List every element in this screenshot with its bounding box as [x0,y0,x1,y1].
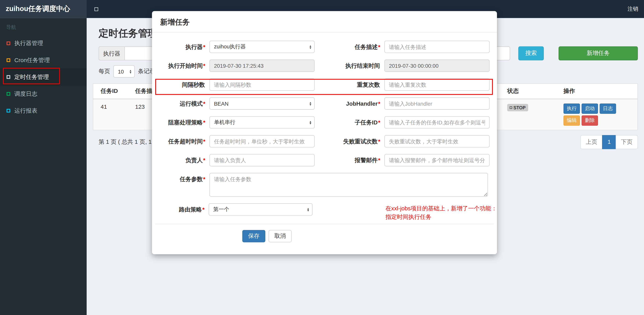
sidebar-item-label: Cron任务管理 [14,57,50,64]
required-asterisk: * [203,44,206,50]
feature-note-line1: 在xxl-jobs项目的基础上，新增了一个功能： [386,204,497,213]
owner-label: 负责人* [152,154,210,166]
cancel-button[interactable]: 取消 [268,230,292,242]
prev-page-button[interactable]: 上页 [580,135,602,149]
select-arrows-icon: ▲▼ [309,45,312,49]
sidebar-item-label: 调度日志 [14,90,37,98]
run-mode-label: 运行模式* [152,97,210,110]
feature-note: 在xxl-jobs项目的基础上，新增了一个功能： 指定时间执行任务 [382,203,497,216]
executor-label: 执行器* [152,41,210,53]
sidebar-item-timed-task-manage[interactable]: 定时任务管理 [0,69,87,85]
run-mode-select-value: BEAN [214,100,228,107]
block-strategy-label: 阻塞处理策略* [152,116,210,129]
alarm-email-input[interactable] [384,154,490,166]
sidebar-item-run-report[interactable]: 运行报表 [0,102,87,119]
end-time-label: 执行结束时间 [315,60,384,72]
modal-title: 新增任务 [152,11,497,32]
app-root: zuihou任务调度中心 注销 导航 执行器管理 Cron任务管理 定时任务管理… [0,0,644,315]
required-asterisk: * [203,100,206,107]
add-task-button[interactable]: 新增任务 [559,47,638,60]
square-icon [6,92,10,96]
select-arrows-icon: ▲▼ [307,207,310,211]
status-badge-text: STOP [514,105,526,110]
interval-label: 间隔秒数 [152,78,210,91]
sidebar-item-label: 运行报表 [14,107,37,114]
select-arrows-icon: ▲▼ [309,101,312,105]
modal-body: 执行器* zuihou执行器 ▲▼ 任务描述* 执行开始时间* 执行结束时间 [152,33,497,242]
required-asterisk: * [378,157,380,163]
job-desc-input[interactable] [384,41,490,53]
executor-filter-label: 执行器 [99,47,124,60]
job-param-label: 任务参数* [152,173,210,197]
required-asterisk: * [378,44,380,50]
run-mode-select[interactable]: BEAN ▲▼ [210,97,315,110]
current-page-button[interactable]: 1 [602,135,616,149]
timeout-input[interactable] [210,135,315,147]
start-time-label: 执行开始时间* [152,60,210,72]
cell-task-id: 41 [93,99,128,130]
cell-actions: 执行 启动 日志 编辑 删除 [556,99,637,130]
stop-square-icon [510,106,512,109]
repeat-label: 重复次数 [315,78,384,91]
delete-button[interactable]: 删除 [582,115,598,126]
sidebar-item-label: 执行器管理 [14,40,43,47]
save-button[interactable]: 保存 [242,230,265,242]
required-asterisk: * [203,157,206,163]
timeout-label: 任务超时时间* [152,135,210,147]
required-asterisk: * [202,206,204,213]
select-arrows-icon: ▲▼ [309,120,312,124]
next-page-button[interactable]: 下页 [616,135,638,149]
search-button[interactable]: 搜索 [518,47,544,60]
start-time-input[interactable] [210,60,315,72]
col-header-task-id: 任务ID [93,84,128,99]
block-strategy-select[interactable]: 单机串行 ▲▼ [210,116,315,129]
sidebar: 导航 执行器管理 Cron任务管理 定时任务管理 调度日志 运行报表 [0,18,87,315]
square-icon [6,41,10,45]
route-strategy-label: 路由策略* [152,203,209,216]
per-page-select[interactable]: 10 ▲▼ [113,65,134,78]
log-button[interactable]: 日志 [600,104,616,114]
route-strategy-select[interactable]: 第一个 ▲▼ [209,203,312,216]
required-asterisk: * [203,119,206,126]
alarm-email-label: 报警邮件* [315,154,384,166]
required-asterisk: * [203,63,206,69]
end-time-input[interactable] [384,60,490,72]
per-page-value: 10 [118,68,124,75]
sidebar-item-schedule-log[interactable]: 调度日志 [0,86,87,102]
required-asterisk: * [378,138,380,145]
add-task-modal: 新增任务 执行器* zuihou执行器 ▲▼ 任务描述* 执行开始时间* [152,11,497,254]
logout-link[interactable]: 注销 [628,0,638,18]
route-strategy-select-value: 第一个 [213,206,229,213]
owner-input[interactable] [210,154,315,166]
required-asterisk: * [203,138,206,145]
square-icon [6,75,10,79]
pagination: 上页 1 下页 [580,135,638,149]
per-page-prefix-label: 每页 [99,68,110,75]
child-job-input[interactable] [384,116,490,129]
sidebar-toggle-button[interactable] [87,0,106,18]
fail-retry-input[interactable] [384,135,490,147]
edit-button[interactable]: 编辑 [564,115,580,126]
executor-select-value: zuihou执行器 [214,43,246,51]
start-button[interactable]: 启动 [582,104,598,114]
sidebar-item-label: 定时任务管理 [14,73,49,81]
status-badge: STOP [507,104,528,111]
brand-title: zuihou任务调度中心 [0,0,87,18]
modal-footer: 保存 取消 [152,224,497,242]
job-desc-label: 任务描述* [315,41,384,53]
repeat-input[interactable] [384,78,490,91]
interval-input[interactable] [210,78,315,91]
col-header-actions: 操作 [556,84,637,99]
block-strategy-select-value: 单机串行 [214,119,235,126]
feature-note-line2: 指定时间执行任务 [386,213,497,221]
executor-select[interactable]: zuihou执行器 ▲▼ [210,41,315,53]
sidebar-item-executor-manage[interactable]: 执行器管理 [0,35,87,52]
cell-status: STOP [500,99,556,130]
child-job-label: 子任务ID* [315,116,384,129]
required-asterisk: * [378,119,380,126]
select-arrows-icon: ▲▼ [129,70,132,74]
sidebar-item-cron-manage[interactable]: Cron任务管理 [0,52,87,69]
run-button[interactable]: 执行 [564,104,580,114]
job-handler-input[interactable] [384,97,490,110]
job-param-textarea[interactable] [210,173,488,197]
